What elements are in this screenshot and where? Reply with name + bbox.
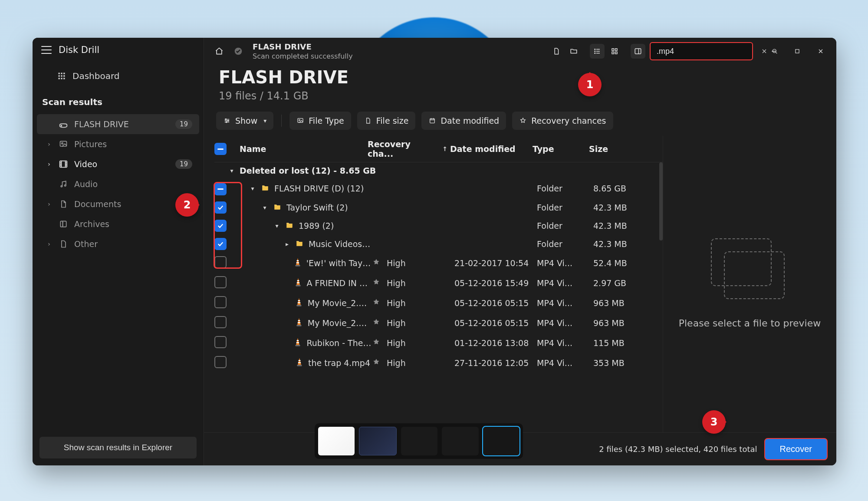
folder-row[interactable]: ▸Music Videos (2)Folder42.3 MB xyxy=(214,235,658,253)
row-checkbox[interactable] xyxy=(214,356,227,368)
taskbar-thumb-active[interactable] xyxy=(483,427,519,455)
row-checkbox[interactable] xyxy=(214,238,227,250)
chip-label: File Type xyxy=(309,116,344,125)
column-date[interactable]: Date modified xyxy=(447,144,530,154)
row-checkbox[interactable] xyxy=(214,201,227,214)
svg-point-30 xyxy=(225,119,227,120)
row-checkbox[interactable] xyxy=(214,183,227,195)
window-maximize-button[interactable] xyxy=(789,43,805,59)
taskbar-thumbnail-strip[interactable] xyxy=(315,423,523,459)
toggle-preview-panel-icon[interactable] xyxy=(631,44,645,59)
page-icon[interactable] xyxy=(549,44,564,59)
svg-point-9 xyxy=(61,125,62,126)
svg-marker-44 xyxy=(297,298,301,305)
file-size: 2.97 GB xyxy=(593,278,658,288)
svg-rect-49 xyxy=(298,320,300,321)
column-size[interactable]: Size xyxy=(586,144,651,154)
file-row[interactable]: A FRIEND IN NEED...High05-12-2016 15:49M… xyxy=(214,273,658,293)
sidebar-item-video[interactable]: › Video 19 xyxy=(37,154,199,174)
filter-recovery-chances[interactable]: Recovery chances xyxy=(512,112,613,130)
sidebar-item-documents[interactable]: › Documents xyxy=(37,194,199,214)
chevron-right-icon[interactable]: ▸ xyxy=(284,241,290,247)
view-grid-icon[interactable] xyxy=(607,44,622,59)
item-name: 1989 (2) xyxy=(299,221,334,231)
svg-marker-36 xyxy=(296,258,299,265)
file-size: 8.65 GB xyxy=(593,184,658,193)
svg-rect-35 xyxy=(430,119,435,123)
file-row[interactable]: 'Ew!' with Taylor Sw...High21-02-2017 10… xyxy=(214,253,658,273)
date-modified: 05-12-2016 05:15 xyxy=(454,298,537,308)
file-row[interactable]: the trap 4.mp4High27-11-2016 12:05MP4 Vi… xyxy=(214,353,658,373)
window-close-button[interactable] xyxy=(813,43,829,59)
taskbar-thumb[interactable] xyxy=(318,427,355,455)
main-panel: FLASH DRIVE Scan completed successfully xyxy=(204,38,836,465)
chip-label: Date modified xyxy=(441,116,499,125)
folder-icon xyxy=(285,221,294,231)
svg-rect-27 xyxy=(635,49,641,54)
chevron-down-icon[interactable]: ▾ xyxy=(249,185,256,192)
star-icon xyxy=(372,258,381,268)
file-row[interactable]: My Movie_2.mp4High05-12-2016 05:15MP4 Vi… xyxy=(214,313,658,333)
row-checkbox[interactable] xyxy=(214,336,227,348)
svg-rect-18 xyxy=(596,49,600,50)
image-icon xyxy=(296,117,304,125)
folder-row[interactable]: ▾Taylor Swift (2)Folder42.3 MB xyxy=(214,198,658,217)
taskbar-thumb[interactable] xyxy=(401,427,437,455)
file-type: MP4 Vi... xyxy=(537,258,593,268)
folder-icon[interactable] xyxy=(566,44,581,59)
film-icon xyxy=(59,159,68,169)
file-type: Folder xyxy=(537,221,593,231)
filter-file-size[interactable]: File size xyxy=(357,112,416,130)
sidebar-badge: 19 xyxy=(175,119,192,129)
vertical-scrollbar[interactable] xyxy=(659,162,663,432)
svg-point-11 xyxy=(62,143,63,144)
column-name[interactable]: Name xyxy=(237,144,365,154)
taskbar-thumb[interactable] xyxy=(359,427,396,455)
file-row[interactable]: My Movie_2.mp4High05-12-2016 05:15MP4 Vi… xyxy=(214,293,658,313)
search-input[interactable] xyxy=(657,47,757,56)
menu-icon[interactable] xyxy=(41,46,52,54)
svg-rect-38 xyxy=(296,262,299,263)
home-icon[interactable] xyxy=(212,44,227,59)
group-row-deleted[interactable]: ▾ Deleted or lost (12) - 8.65 GB xyxy=(214,162,658,179)
sort-asc-icon: ↑ xyxy=(442,145,447,152)
row-checkbox[interactable] xyxy=(214,220,227,232)
sidebar-item-flash-drive[interactable]: FLASH DRIVE 19 xyxy=(37,114,199,134)
filter-file-type[interactable]: File Type xyxy=(289,112,351,130)
view-list-icon[interactable] xyxy=(590,44,605,59)
chevron-down-icon[interactable]: ▾ xyxy=(273,222,280,229)
row-checkbox[interactable] xyxy=(214,316,227,328)
svg-rect-24 xyxy=(615,49,618,51)
sidebar-item-pictures[interactable]: › Pictures xyxy=(37,134,199,154)
open-in-explorer-button[interactable]: Show scan results in Explorer xyxy=(39,437,197,458)
window-minimize-button[interactable] xyxy=(766,43,782,59)
taskbar-thumb[interactable] xyxy=(442,427,478,455)
column-type[interactable]: Type xyxy=(530,144,586,154)
group-label: Deleted or lost (12) - 8.65 GB xyxy=(240,166,376,175)
chevron-down-icon[interactable]: ▾ xyxy=(261,204,268,211)
row-checkbox[interactable] xyxy=(214,276,227,288)
sidebar-item-audio[interactable]: Audio xyxy=(37,174,199,194)
row-checkbox[interactable] xyxy=(214,296,227,308)
sidebar-item-dashboard[interactable]: Dashboard xyxy=(37,66,199,86)
filter-show-dropdown[interactable]: Show ▾ xyxy=(216,112,273,130)
folder-row[interactable]: ▾1989 (2)Folder42.3 MB xyxy=(214,217,658,235)
sidebar-item-other[interactable]: › Other xyxy=(37,234,199,254)
recover-button[interactable]: Recover xyxy=(764,438,828,460)
music-note-icon xyxy=(59,179,68,189)
column-recovery[interactable]: Recovery cha...↑ xyxy=(365,139,447,158)
search-box[interactable] xyxy=(650,42,753,60)
sidebar-item-archives[interactable]: Archives xyxy=(37,214,199,234)
row-checkbox[interactable] xyxy=(214,256,227,268)
folder-row[interactable]: ▾FLASH DRIVE (D) (12)Folder8.65 GB xyxy=(214,179,658,198)
recovery-chance: High xyxy=(387,338,406,348)
chevron-down-icon[interactable]: ▾ xyxy=(228,167,235,174)
svg-point-32 xyxy=(226,122,227,123)
svg-rect-37 xyxy=(296,260,299,261)
file-size: 42.3 MB xyxy=(593,239,658,249)
select-all-checkbox[interactable] xyxy=(214,143,227,155)
filter-date-modified[interactable]: Date modified xyxy=(421,112,506,130)
file-row[interactable]: Rubikon - The Awa...High01-12-2016 13:08… xyxy=(214,333,658,353)
preview-hint: Please select a file to preview xyxy=(679,316,821,330)
file-type: MP4 Vi... xyxy=(537,298,593,308)
